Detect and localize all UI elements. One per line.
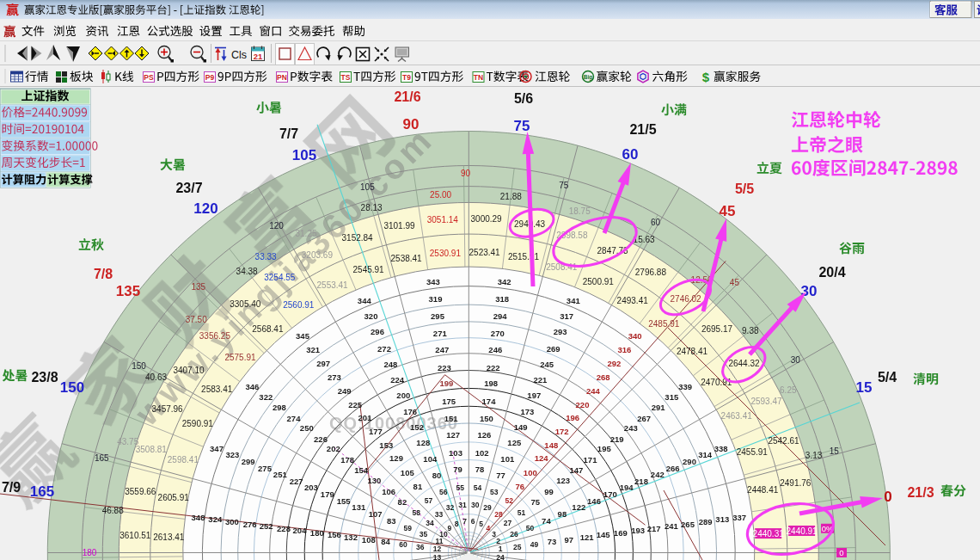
svg-text:101: 101 — [500, 454, 515, 464]
svg-text:15: 15 — [830, 446, 840, 456]
svg-text:2538.41: 2538.41 — [391, 254, 423, 263]
svg-text:21/6: 21/6 — [394, 89, 420, 104]
svg-text:2568.41: 2568.41 — [252, 324, 284, 334]
svg-text:294: 294 — [493, 311, 508, 321]
svg-text:150: 150 — [132, 361, 146, 371]
svg-text:266: 266 — [666, 464, 680, 473]
svg-text:2530.91: 2530.91 — [430, 249, 462, 258]
svg-text:18.75: 18.75 — [569, 206, 591, 216]
svg-text:318: 318 — [495, 294, 509, 304]
svg-text:317: 317 — [560, 311, 573, 321]
svg-text:180: 180 — [310, 528, 324, 538]
svg-text:3356.25: 3356.25 — [199, 331, 231, 341]
svg-text:149: 149 — [514, 422, 528, 432]
svg-text:322: 322 — [259, 392, 273, 402]
svg-text:43.75: 43.75 — [117, 437, 138, 446]
svg-text:2440.91: 2440.91 — [787, 526, 818, 536]
svg-text:247: 247 — [435, 345, 449, 354]
svg-text:105: 105 — [292, 147, 316, 163]
svg-text:60: 60 — [622, 146, 639, 163]
svg-text:2493.41: 2493.41 — [617, 296, 649, 305]
svg-text:222: 222 — [487, 363, 500, 372]
svg-text:347: 347 — [210, 444, 224, 453]
svg-text:251: 251 — [273, 470, 288, 479]
svg-text:23/8: 23/8 — [31, 370, 58, 385]
svg-text:3508.81: 3508.81 — [136, 445, 168, 454]
svg-text:225: 225 — [348, 400, 363, 409]
svg-text:203: 203 — [304, 483, 318, 492]
svg-text:2523.41: 2523.41 — [469, 248, 501, 257]
svg-text:228: 228 — [277, 524, 291, 533]
svg-text:125: 125 — [507, 438, 522, 447]
svg-text:299: 299 — [242, 457, 255, 466]
svg-text:2560.91: 2560.91 — [283, 300, 315, 310]
svg-text:2598.41: 2598.41 — [168, 455, 199, 465]
svg-text:Big: Big — [584, 74, 593, 81]
svg-text:227: 227 — [290, 477, 303, 486]
svg-text:2485.91: 2485.91 — [648, 319, 680, 329]
svg-text:49: 49 — [530, 540, 539, 549]
svg-text:28.13: 28.13 — [361, 203, 383, 212]
svg-text:30: 30 — [791, 355, 801, 365]
svg-text:135: 135 — [116, 283, 140, 299]
svg-text:57: 57 — [425, 496, 433, 505]
svg-text:56: 56 — [439, 488, 448, 496]
svg-text:5/4: 5/4 — [878, 370, 897, 385]
svg-text:8: 8 — [455, 520, 459, 528]
svg-text:130: 130 — [367, 476, 381, 485]
svg-text:3000.29: 3000.29 — [471, 214, 503, 224]
svg-text:105: 105 — [401, 468, 415, 477]
svg-text:12: 12 — [433, 545, 442, 553]
svg-text:131: 131 — [352, 502, 366, 512]
svg-text:0: 0 — [839, 548, 843, 557]
svg-text:170: 170 — [603, 489, 617, 499]
svg-text:75: 75 — [514, 118, 530, 134]
svg-text:97: 97 — [565, 535, 574, 545]
svg-text:24: 24 — [496, 553, 505, 560]
svg-text:4: 4 — [486, 524, 490, 532]
svg-text:27: 27 — [504, 519, 512, 527]
svg-text:25: 25 — [513, 543, 522, 551]
svg-text:132: 132 — [344, 532, 358, 542]
svg-text:21.88: 21.88 — [500, 192, 522, 201]
svg-text:178: 178 — [340, 455, 354, 465]
svg-text:83: 83 — [387, 516, 396, 526]
svg-text:269: 269 — [547, 344, 560, 354]
svg-text:105: 105 — [360, 182, 375, 192]
svg-text:TS: TS — [341, 73, 351, 82]
svg-text:2644.32: 2644.32 — [728, 359, 760, 368]
svg-text:50: 50 — [526, 524, 535, 532]
svg-text:37.50: 37.50 — [186, 315, 207, 324]
svg-text:2583.41: 2583.41 — [201, 385, 233, 394]
svg-text:341: 341 — [567, 296, 581, 305]
svg-text:3203.69: 3203.69 — [302, 250, 334, 260]
svg-text:316: 316 — [617, 345, 631, 354]
svg-text:90: 90 — [461, 169, 471, 178]
svg-text:106: 106 — [382, 487, 395, 496]
svg-text:324: 324 — [208, 514, 223, 524]
svg-text:PS: PS — [144, 73, 154, 82]
svg-text:265: 265 — [681, 520, 695, 529]
svg-text:31: 31 — [458, 501, 467, 509]
svg-text:9: 9 — [447, 524, 451, 532]
svg-text:3101.99: 3101.99 — [383, 221, 415, 231]
svg-text:73: 73 — [548, 537, 557, 546]
svg-text:241: 241 — [665, 521, 679, 531]
svg-text:1: 1 — [499, 545, 503, 553]
svg-text:271: 271 — [433, 329, 448, 338]
svg-text:2455.91: 2455.91 — [737, 447, 769, 457]
svg-text:7/7: 7/7 — [279, 126, 298, 141]
svg-text:3610.51: 3610.51 — [119, 531, 151, 540]
svg-text:176: 176 — [403, 407, 417, 416]
svg-text:243: 243 — [624, 423, 638, 433]
svg-text:194: 194 — [620, 483, 634, 492]
svg-text:3051.14: 3051.14 — [427, 215, 459, 225]
svg-text:218: 218 — [634, 477, 648, 486]
svg-text:104: 104 — [423, 454, 438, 464]
svg-text:249: 249 — [338, 386, 352, 396]
svg-text:55: 55 — [456, 483, 464, 492]
svg-text:298: 298 — [273, 403, 286, 412]
svg-text:31.25: 31.25 — [295, 229, 316, 238]
svg-text:102: 102 — [475, 448, 489, 458]
svg-text:338: 338 — [714, 444, 728, 453]
